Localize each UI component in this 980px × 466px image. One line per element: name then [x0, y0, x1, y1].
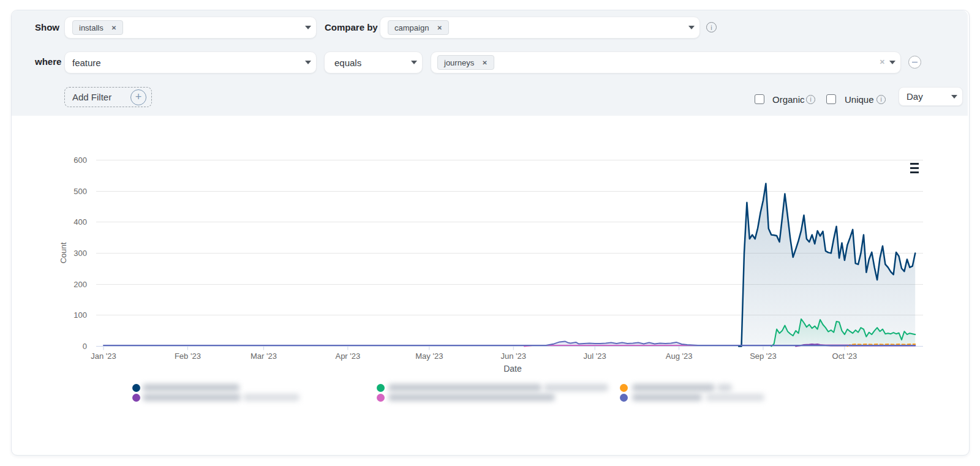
svg-text:May '23: May '23	[415, 351, 443, 361]
legend-6-label-blurred	[632, 394, 702, 401]
legend-5-dot[interactable]	[620, 384, 628, 392]
legend-4-label-blurred	[388, 394, 555, 401]
legend-2-label-blurred	[143, 394, 241, 401]
menu-bar-icon	[910, 167, 919, 169]
svg-text:500: 500	[74, 187, 87, 196]
legend-2-dot[interactable]	[132, 394, 140, 402]
svg-text:600: 600	[74, 156, 87, 165]
legend-6-label-blurred	[706, 394, 764, 401]
svg-text:Aug '23: Aug '23	[666, 351, 693, 361]
svg-text:100: 100	[74, 310, 87, 320]
svg-text:Jul '23: Jul '23	[584, 351, 606, 361]
menu-bar-icon	[910, 163, 919, 165]
svg-text:Jan '23: Jan '23	[91, 351, 116, 361]
menu-bar-icon	[910, 171, 919, 173]
legend-3-dot[interactable]	[377, 384, 385, 392]
svg-text:Feb '23: Feb '23	[175, 351, 201, 361]
legend-3-label-blurred	[388, 384, 541, 391]
svg-text:400: 400	[74, 217, 87, 227]
svg-text:Mar '23: Mar '23	[251, 351, 277, 361]
chart-context-menu-button[interactable]	[910, 163, 919, 173]
svg-text:Oct '23: Oct '23	[832, 351, 858, 361]
svg-text:200: 200	[74, 280, 87, 289]
svg-text:300: 300	[74, 249, 87, 258]
svg-text:Jun '23: Jun '23	[500, 351, 526, 361]
legend-1-label-blurred	[143, 384, 239, 391]
svg-text:Apr '23: Apr '23	[335, 351, 360, 361]
legend-5-label-blurred	[717, 384, 732, 391]
svg-text:Count: Count	[59, 242, 68, 263]
svg-text:Sep '23: Sep '23	[750, 351, 777, 361]
legend-4-dot[interactable]	[377, 394, 385, 402]
svg-text:Date: Date	[503, 364, 522, 374]
legend-1-dot[interactable]	[132, 384, 140, 392]
legend-3-label-blurred	[544, 384, 608, 391]
legend-2-label-blurred	[243, 394, 300, 401]
legend-5-label-blurred	[632, 384, 715, 391]
svg-text:0: 0	[83, 342, 87, 351]
legend-6-dot[interactable]	[620, 394, 628, 402]
